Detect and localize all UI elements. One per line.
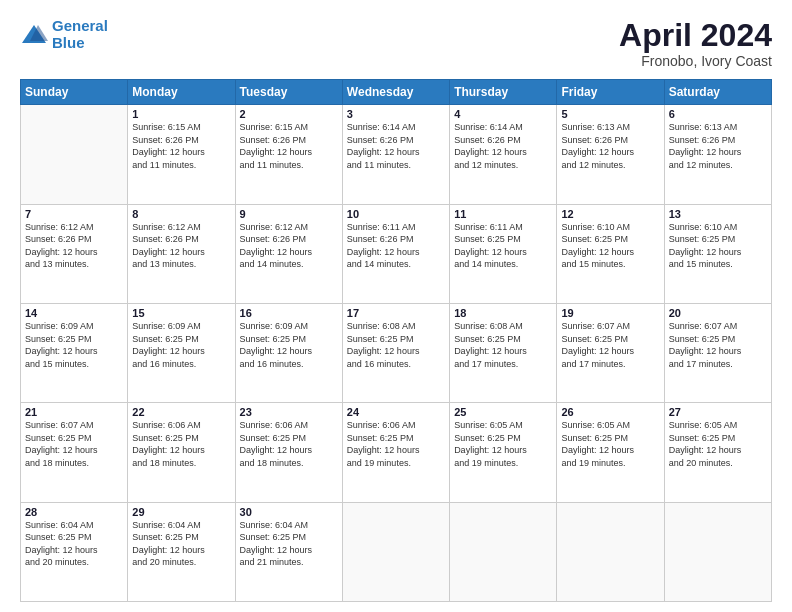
day-info: Sunrise: 6:05 AM Sunset: 6:25 PM Dayligh…: [454, 419, 552, 469]
page: General Blue April 2024 Fronobo, Ivory C…: [0, 0, 792, 612]
calendar-cell: 5Sunrise: 6:13 AM Sunset: 6:26 PM Daylig…: [557, 105, 664, 204]
day-number: 3: [347, 108, 445, 120]
day-info: Sunrise: 6:11 AM Sunset: 6:26 PM Dayligh…: [347, 221, 445, 271]
day-info: Sunrise: 6:13 AM Sunset: 6:26 PM Dayligh…: [561, 121, 659, 171]
calendar-header: SundayMondayTuesdayWednesdayThursdayFrid…: [21, 80, 772, 105]
day-number: 16: [240, 307, 338, 319]
calendar-cell: 28Sunrise: 6:04 AM Sunset: 6:25 PM Dayli…: [21, 502, 128, 601]
calendar-cell: 22Sunrise: 6:06 AM Sunset: 6:25 PM Dayli…: [128, 403, 235, 502]
weekday-header: Monday: [128, 80, 235, 105]
subtitle: Fronobo, Ivory Coast: [619, 53, 772, 69]
day-number: 19: [561, 307, 659, 319]
weekday-header: Saturday: [664, 80, 771, 105]
calendar-cell: 26Sunrise: 6:05 AM Sunset: 6:25 PM Dayli…: [557, 403, 664, 502]
day-number: 28: [25, 506, 123, 518]
day-info: Sunrise: 6:10 AM Sunset: 6:25 PM Dayligh…: [561, 221, 659, 271]
logo-line1: General: [52, 17, 108, 34]
calendar-cell: 27Sunrise: 6:05 AM Sunset: 6:25 PM Dayli…: [664, 403, 771, 502]
calendar-cell: 7Sunrise: 6:12 AM Sunset: 6:26 PM Daylig…: [21, 204, 128, 303]
day-number: 6: [669, 108, 767, 120]
day-info: Sunrise: 6:08 AM Sunset: 6:25 PM Dayligh…: [347, 320, 445, 370]
day-info: Sunrise: 6:12 AM Sunset: 6:26 PM Dayligh…: [25, 221, 123, 271]
weekday-header: Friday: [557, 80, 664, 105]
day-number: 26: [561, 406, 659, 418]
day-info: Sunrise: 6:12 AM Sunset: 6:26 PM Dayligh…: [240, 221, 338, 271]
day-info: Sunrise: 6:14 AM Sunset: 6:26 PM Dayligh…: [454, 121, 552, 171]
calendar-cell: 8Sunrise: 6:12 AM Sunset: 6:26 PM Daylig…: [128, 204, 235, 303]
day-number: 7: [25, 208, 123, 220]
day-number: 8: [132, 208, 230, 220]
day-info: Sunrise: 6:04 AM Sunset: 6:25 PM Dayligh…: [240, 519, 338, 569]
day-info: Sunrise: 6:07 AM Sunset: 6:25 PM Dayligh…: [669, 320, 767, 370]
calendar-cell: 10Sunrise: 6:11 AM Sunset: 6:26 PM Dayli…: [342, 204, 449, 303]
day-info: Sunrise: 6:09 AM Sunset: 6:25 PM Dayligh…: [240, 320, 338, 370]
calendar-cell: 29Sunrise: 6:04 AM Sunset: 6:25 PM Dayli…: [128, 502, 235, 601]
calendar-cell: 6Sunrise: 6:13 AM Sunset: 6:26 PM Daylig…: [664, 105, 771, 204]
day-info: Sunrise: 6:06 AM Sunset: 6:25 PM Dayligh…: [132, 419, 230, 469]
day-info: Sunrise: 6:15 AM Sunset: 6:26 PM Dayligh…: [132, 121, 230, 171]
day-number: 11: [454, 208, 552, 220]
calendar-week-row: 1Sunrise: 6:15 AM Sunset: 6:26 PM Daylig…: [21, 105, 772, 204]
day-number: 5: [561, 108, 659, 120]
day-number: 2: [240, 108, 338, 120]
weekday-header: Wednesday: [342, 80, 449, 105]
day-number: 13: [669, 208, 767, 220]
calendar-week-row: 14Sunrise: 6:09 AM Sunset: 6:25 PM Dayli…: [21, 303, 772, 402]
day-info: Sunrise: 6:06 AM Sunset: 6:25 PM Dayligh…: [347, 419, 445, 469]
calendar-cell: 12Sunrise: 6:10 AM Sunset: 6:25 PM Dayli…: [557, 204, 664, 303]
day-number: 1: [132, 108, 230, 120]
calendar-cell: 16Sunrise: 6:09 AM Sunset: 6:25 PM Dayli…: [235, 303, 342, 402]
day-info: Sunrise: 6:05 AM Sunset: 6:25 PM Dayligh…: [669, 419, 767, 469]
calendar-cell: 24Sunrise: 6:06 AM Sunset: 6:25 PM Dayli…: [342, 403, 449, 502]
logo-line2: Blue: [52, 34, 85, 51]
day-number: 21: [25, 406, 123, 418]
calendar-cell: 21Sunrise: 6:07 AM Sunset: 6:25 PM Dayli…: [21, 403, 128, 502]
calendar-week-row: 28Sunrise: 6:04 AM Sunset: 6:25 PM Dayli…: [21, 502, 772, 601]
main-title: April 2024: [619, 18, 772, 53]
day-number: 18: [454, 307, 552, 319]
day-info: Sunrise: 6:06 AM Sunset: 6:25 PM Dayligh…: [240, 419, 338, 469]
calendar-cell: 20Sunrise: 6:07 AM Sunset: 6:25 PM Dayli…: [664, 303, 771, 402]
weekday-header: Thursday: [450, 80, 557, 105]
day-info: Sunrise: 6:12 AM Sunset: 6:26 PM Dayligh…: [132, 221, 230, 271]
calendar-body: 1Sunrise: 6:15 AM Sunset: 6:26 PM Daylig…: [21, 105, 772, 602]
day-number: 4: [454, 108, 552, 120]
calendar-cell: 17Sunrise: 6:08 AM Sunset: 6:25 PM Dayli…: [342, 303, 449, 402]
calendar-cell: [342, 502, 449, 601]
calendar-cell: 18Sunrise: 6:08 AM Sunset: 6:25 PM Dayli…: [450, 303, 557, 402]
day-number: 30: [240, 506, 338, 518]
calendar-cell: [557, 502, 664, 601]
day-info: Sunrise: 6:04 AM Sunset: 6:25 PM Dayligh…: [25, 519, 123, 569]
day-info: Sunrise: 6:07 AM Sunset: 6:25 PM Dayligh…: [561, 320, 659, 370]
day-number: 9: [240, 208, 338, 220]
calendar-cell: 19Sunrise: 6:07 AM Sunset: 6:25 PM Dayli…: [557, 303, 664, 402]
day-number: 24: [347, 406, 445, 418]
calendar-cell: 25Sunrise: 6:05 AM Sunset: 6:25 PM Dayli…: [450, 403, 557, 502]
calendar-cell: 9Sunrise: 6:12 AM Sunset: 6:26 PM Daylig…: [235, 204, 342, 303]
day-info: Sunrise: 6:05 AM Sunset: 6:25 PM Dayligh…: [561, 419, 659, 469]
day-info: Sunrise: 6:10 AM Sunset: 6:25 PM Dayligh…: [669, 221, 767, 271]
title-block: April 2024 Fronobo, Ivory Coast: [619, 18, 772, 69]
day-number: 25: [454, 406, 552, 418]
calendar-cell: 3Sunrise: 6:14 AM Sunset: 6:26 PM Daylig…: [342, 105, 449, 204]
day-number: 12: [561, 208, 659, 220]
calendar-cell: 1Sunrise: 6:15 AM Sunset: 6:26 PM Daylig…: [128, 105, 235, 204]
day-number: 22: [132, 406, 230, 418]
day-info: Sunrise: 6:09 AM Sunset: 6:25 PM Dayligh…: [132, 320, 230, 370]
day-number: 23: [240, 406, 338, 418]
day-number: 27: [669, 406, 767, 418]
weekday-row: SundayMondayTuesdayWednesdayThursdayFrid…: [21, 80, 772, 105]
calendar-cell: 23Sunrise: 6:06 AM Sunset: 6:25 PM Dayli…: [235, 403, 342, 502]
weekday-header: Sunday: [21, 80, 128, 105]
logo-icon: [20, 23, 48, 47]
calendar-cell: 14Sunrise: 6:09 AM Sunset: 6:25 PM Dayli…: [21, 303, 128, 402]
calendar-week-row: 7Sunrise: 6:12 AM Sunset: 6:26 PM Daylig…: [21, 204, 772, 303]
calendar-week-row: 21Sunrise: 6:07 AM Sunset: 6:25 PM Dayli…: [21, 403, 772, 502]
day-info: Sunrise: 6:11 AM Sunset: 6:25 PM Dayligh…: [454, 221, 552, 271]
calendar-cell: [21, 105, 128, 204]
day-number: 20: [669, 307, 767, 319]
header: General Blue April 2024 Fronobo, Ivory C…: [20, 18, 772, 69]
day-info: Sunrise: 6:07 AM Sunset: 6:25 PM Dayligh…: [25, 419, 123, 469]
day-info: Sunrise: 6:15 AM Sunset: 6:26 PM Dayligh…: [240, 121, 338, 171]
day-number: 14: [25, 307, 123, 319]
